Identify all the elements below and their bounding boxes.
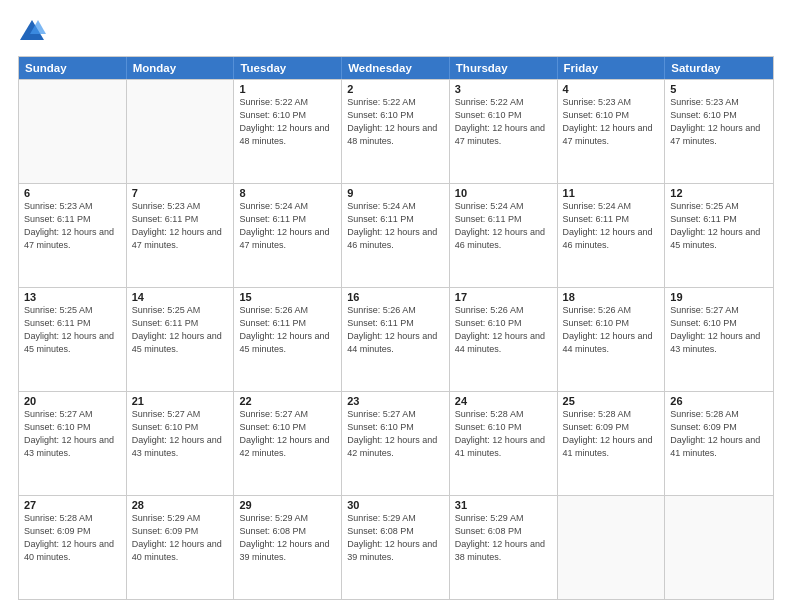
cal-header-saturday: Saturday	[665, 57, 773, 79]
day-info: Sunrise: 5:28 AM Sunset: 6:09 PM Dayligh…	[670, 408, 768, 460]
calendar: SundayMondayTuesdayWednesdayThursdayFrid…	[18, 56, 774, 600]
day-info: Sunrise: 5:25 AM Sunset: 6:11 PM Dayligh…	[24, 304, 121, 356]
cal-cell: 27Sunrise: 5:28 AM Sunset: 6:09 PM Dayli…	[19, 496, 127, 599]
day-info: Sunrise: 5:27 AM Sunset: 6:10 PM Dayligh…	[132, 408, 229, 460]
cal-header-tuesday: Tuesday	[234, 57, 342, 79]
cal-cell: 13Sunrise: 5:25 AM Sunset: 6:11 PM Dayli…	[19, 288, 127, 391]
cal-cell	[127, 80, 235, 183]
day-number: 2	[347, 83, 444, 95]
day-info: Sunrise: 5:24 AM Sunset: 6:11 PM Dayligh…	[563, 200, 660, 252]
cal-cell: 1Sunrise: 5:22 AM Sunset: 6:10 PM Daylig…	[234, 80, 342, 183]
logo	[18, 18, 50, 46]
calendar-body: 1Sunrise: 5:22 AM Sunset: 6:10 PM Daylig…	[19, 79, 773, 599]
day-number: 14	[132, 291, 229, 303]
cal-cell: 5Sunrise: 5:23 AM Sunset: 6:10 PM Daylig…	[665, 80, 773, 183]
day-number: 27	[24, 499, 121, 511]
day-info: Sunrise: 5:23 AM Sunset: 6:11 PM Dayligh…	[24, 200, 121, 252]
cal-week-2: 6Sunrise: 5:23 AM Sunset: 6:11 PM Daylig…	[19, 183, 773, 287]
page: SundayMondayTuesdayWednesdayThursdayFrid…	[0, 0, 792, 612]
day-info: Sunrise: 5:29 AM Sunset: 6:08 PM Dayligh…	[347, 512, 444, 564]
cal-header-sunday: Sunday	[19, 57, 127, 79]
day-number: 20	[24, 395, 121, 407]
cal-week-5: 27Sunrise: 5:28 AM Sunset: 6:09 PM Dayli…	[19, 495, 773, 599]
day-number: 30	[347, 499, 444, 511]
day-info: Sunrise: 5:27 AM Sunset: 6:10 PM Dayligh…	[239, 408, 336, 460]
day-info: Sunrise: 5:24 AM Sunset: 6:11 PM Dayligh…	[455, 200, 552, 252]
day-number: 31	[455, 499, 552, 511]
cal-week-4: 20Sunrise: 5:27 AM Sunset: 6:10 PM Dayli…	[19, 391, 773, 495]
day-number: 3	[455, 83, 552, 95]
cal-cell: 18Sunrise: 5:26 AM Sunset: 6:10 PM Dayli…	[558, 288, 666, 391]
day-info: Sunrise: 5:26 AM Sunset: 6:10 PM Dayligh…	[563, 304, 660, 356]
cal-cell: 6Sunrise: 5:23 AM Sunset: 6:11 PM Daylig…	[19, 184, 127, 287]
cal-cell: 30Sunrise: 5:29 AM Sunset: 6:08 PM Dayli…	[342, 496, 450, 599]
cal-cell: 3Sunrise: 5:22 AM Sunset: 6:10 PM Daylig…	[450, 80, 558, 183]
cal-cell: 31Sunrise: 5:29 AM Sunset: 6:08 PM Dayli…	[450, 496, 558, 599]
day-info: Sunrise: 5:22 AM Sunset: 6:10 PM Dayligh…	[347, 96, 444, 148]
cal-cell: 7Sunrise: 5:23 AM Sunset: 6:11 PM Daylig…	[127, 184, 235, 287]
day-info: Sunrise: 5:27 AM Sunset: 6:10 PM Dayligh…	[24, 408, 121, 460]
day-number: 26	[670, 395, 768, 407]
day-info: Sunrise: 5:28 AM Sunset: 6:09 PM Dayligh…	[563, 408, 660, 460]
day-number: 15	[239, 291, 336, 303]
day-info: Sunrise: 5:23 AM Sunset: 6:10 PM Dayligh…	[670, 96, 768, 148]
cal-cell: 24Sunrise: 5:28 AM Sunset: 6:10 PM Dayli…	[450, 392, 558, 495]
cal-cell: 17Sunrise: 5:26 AM Sunset: 6:10 PM Dayli…	[450, 288, 558, 391]
day-info: Sunrise: 5:29 AM Sunset: 6:09 PM Dayligh…	[132, 512, 229, 564]
day-number: 10	[455, 187, 552, 199]
cal-cell: 2Sunrise: 5:22 AM Sunset: 6:10 PM Daylig…	[342, 80, 450, 183]
day-number: 23	[347, 395, 444, 407]
cal-header-wednesday: Wednesday	[342, 57, 450, 79]
day-info: Sunrise: 5:26 AM Sunset: 6:11 PM Dayligh…	[347, 304, 444, 356]
day-number: 29	[239, 499, 336, 511]
cal-cell: 26Sunrise: 5:28 AM Sunset: 6:09 PM Dayli…	[665, 392, 773, 495]
day-number: 8	[239, 187, 336, 199]
cal-cell: 21Sunrise: 5:27 AM Sunset: 6:10 PM Dayli…	[127, 392, 235, 495]
header	[18, 18, 774, 46]
cal-cell	[19, 80, 127, 183]
day-number: 5	[670, 83, 768, 95]
day-number: 24	[455, 395, 552, 407]
cal-header-thursday: Thursday	[450, 57, 558, 79]
cal-week-1: 1Sunrise: 5:22 AM Sunset: 6:10 PM Daylig…	[19, 79, 773, 183]
day-number: 6	[24, 187, 121, 199]
day-info: Sunrise: 5:24 AM Sunset: 6:11 PM Dayligh…	[239, 200, 336, 252]
day-number: 16	[347, 291, 444, 303]
cal-cell: 10Sunrise: 5:24 AM Sunset: 6:11 PM Dayli…	[450, 184, 558, 287]
cal-cell: 8Sunrise: 5:24 AM Sunset: 6:11 PM Daylig…	[234, 184, 342, 287]
day-info: Sunrise: 5:25 AM Sunset: 6:11 PM Dayligh…	[670, 200, 768, 252]
cal-cell: 11Sunrise: 5:24 AM Sunset: 6:11 PM Dayli…	[558, 184, 666, 287]
cal-cell: 9Sunrise: 5:24 AM Sunset: 6:11 PM Daylig…	[342, 184, 450, 287]
day-number: 1	[239, 83, 336, 95]
day-number: 9	[347, 187, 444, 199]
calendar-header-row: SundayMondayTuesdayWednesdayThursdayFrid…	[19, 57, 773, 79]
cal-cell: 19Sunrise: 5:27 AM Sunset: 6:10 PM Dayli…	[665, 288, 773, 391]
day-number: 18	[563, 291, 660, 303]
cal-cell: 14Sunrise: 5:25 AM Sunset: 6:11 PM Dayli…	[127, 288, 235, 391]
cal-cell: 25Sunrise: 5:28 AM Sunset: 6:09 PM Dayli…	[558, 392, 666, 495]
day-number: 7	[132, 187, 229, 199]
day-info: Sunrise: 5:23 AM Sunset: 6:10 PM Dayligh…	[563, 96, 660, 148]
day-info: Sunrise: 5:24 AM Sunset: 6:11 PM Dayligh…	[347, 200, 444, 252]
day-info: Sunrise: 5:29 AM Sunset: 6:08 PM Dayligh…	[455, 512, 552, 564]
day-number: 12	[670, 187, 768, 199]
day-info: Sunrise: 5:27 AM Sunset: 6:10 PM Dayligh…	[670, 304, 768, 356]
cal-cell	[665, 496, 773, 599]
cal-cell	[558, 496, 666, 599]
cal-cell: 23Sunrise: 5:27 AM Sunset: 6:10 PM Dayli…	[342, 392, 450, 495]
cal-cell: 15Sunrise: 5:26 AM Sunset: 6:11 PM Dayli…	[234, 288, 342, 391]
day-number: 4	[563, 83, 660, 95]
cal-cell: 16Sunrise: 5:26 AM Sunset: 6:11 PM Dayli…	[342, 288, 450, 391]
day-info: Sunrise: 5:25 AM Sunset: 6:11 PM Dayligh…	[132, 304, 229, 356]
day-info: Sunrise: 5:26 AM Sunset: 6:11 PM Dayligh…	[239, 304, 336, 356]
day-number: 22	[239, 395, 336, 407]
cal-cell: 29Sunrise: 5:29 AM Sunset: 6:08 PM Dayli…	[234, 496, 342, 599]
day-number: 17	[455, 291, 552, 303]
day-info: Sunrise: 5:27 AM Sunset: 6:10 PM Dayligh…	[347, 408, 444, 460]
cal-week-3: 13Sunrise: 5:25 AM Sunset: 6:11 PM Dayli…	[19, 287, 773, 391]
day-number: 19	[670, 291, 768, 303]
cal-cell: 28Sunrise: 5:29 AM Sunset: 6:09 PM Dayli…	[127, 496, 235, 599]
cal-cell: 4Sunrise: 5:23 AM Sunset: 6:10 PM Daylig…	[558, 80, 666, 183]
day-info: Sunrise: 5:28 AM Sunset: 6:09 PM Dayligh…	[24, 512, 121, 564]
day-info: Sunrise: 5:29 AM Sunset: 6:08 PM Dayligh…	[239, 512, 336, 564]
